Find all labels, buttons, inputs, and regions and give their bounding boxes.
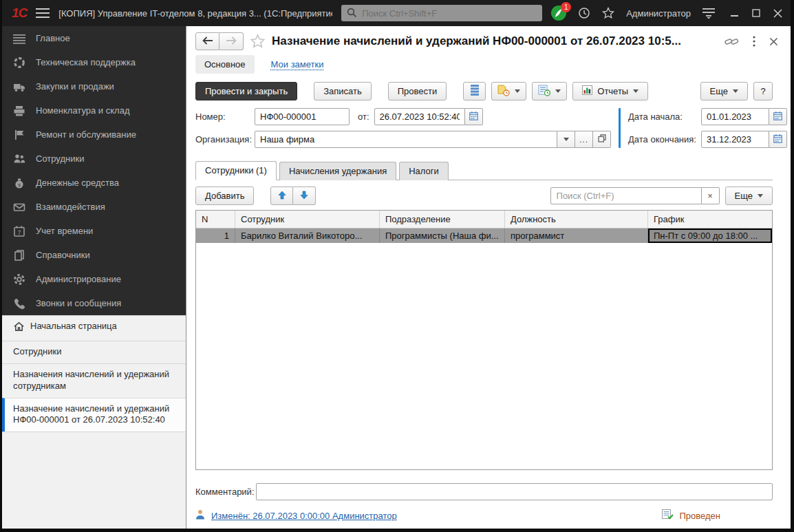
service-menu-icon[interactable] xyxy=(702,8,715,19)
back-button[interactable] xyxy=(195,32,219,50)
window-title: [КОПИЯ] Управление IT-отделом 8, редакци… xyxy=(58,8,332,19)
column-header-position[interactable]: Должность xyxy=(505,211,648,228)
sidebar-item-label: Администрирование xyxy=(36,274,121,284)
sidebar-item-label: Учет времени xyxy=(36,226,93,236)
sidebar-item-spravochniki[interactable]: Справочники xyxy=(2,243,186,267)
sidebar-item-zakupki[interactable]: Закупки и продажи xyxy=(2,74,186,98)
move-down-button[interactable] xyxy=(293,187,316,205)
end-date-group xyxy=(701,131,787,148)
organization-choose-button[interactable]: ... xyxy=(575,131,593,148)
create-based-on-button[interactable] xyxy=(491,82,526,100)
post-button[interactable]: Провести xyxy=(388,82,447,100)
organization-input[interactable] xyxy=(255,131,557,148)
document-timeline-button[interactable] xyxy=(532,82,567,100)
end-date-input[interactable] xyxy=(701,131,769,148)
cell-position[interactable]: программист xyxy=(505,228,648,243)
nav-history-panel: Начальная страница Сотрудники Назначения… xyxy=(2,315,186,529)
get-link-icon[interactable] xyxy=(725,36,739,47)
tab-sotrudniki[interactable]: Сотрудники (1) xyxy=(195,161,277,180)
add-row-button[interactable]: Добавить xyxy=(195,187,254,205)
chevron-down-icon xyxy=(633,89,639,93)
sidebar-item-vzaimodeystviya[interactable]: Взаимодействия xyxy=(2,195,186,219)
cell-employee[interactable]: Барилко Виталий Викоторо... xyxy=(235,228,380,243)
favorite-star-icon[interactable] xyxy=(250,34,266,49)
nav-filler xyxy=(2,432,186,529)
forward-button[interactable] xyxy=(219,32,244,50)
cell-department[interactable]: Программисты (Наша фи... xyxy=(380,228,505,243)
table-row[interactable]: 1 Барилко Виталий Викоторо... Программис… xyxy=(196,228,772,243)
current-user[interactable]: Администратор xyxy=(626,8,691,19)
save-button[interactable]: Записать xyxy=(314,82,372,100)
start-date-input[interactable] xyxy=(701,108,769,125)
column-header-schedule[interactable]: График xyxy=(648,211,772,228)
sidebar-item-label: Справочники xyxy=(36,250,90,260)
maximize-icon[interactable] xyxy=(752,9,760,17)
move-up-button[interactable] xyxy=(270,187,293,205)
organization-open-button[interactable] xyxy=(593,131,611,148)
column-header-n[interactable]: N xyxy=(196,211,235,228)
post-button-wrap: Провести xyxy=(388,82,447,100)
calendar-icon xyxy=(469,111,478,123)
calendar-picker-button[interactable] xyxy=(769,131,787,148)
favorites-star-icon[interactable] xyxy=(602,7,614,19)
grid-search-input[interactable] xyxy=(550,187,702,204)
nav-naznachenie-doc[interactable]: Назначение начислений и удержаний НФ00-0… xyxy=(2,398,186,432)
grid-more-button[interactable]: Еще xyxy=(725,187,773,205)
tab-nalogi[interactable]: Налоги xyxy=(399,162,449,180)
calendar-picker-button[interactable] xyxy=(769,108,787,125)
organization-dropdown-button[interactable] xyxy=(557,131,575,148)
copilot-icon[interactable]: 1 xyxy=(551,6,566,21)
calendar-picker-button[interactable] xyxy=(465,108,483,125)
sidebar-item-zvonki[interactable]: Звонки и сообщения xyxy=(2,291,186,315)
global-search-input[interactable] xyxy=(361,8,537,19)
tab-nachisleniya[interactable]: Начисления удержания xyxy=(279,162,396,180)
sidebar-item-tehpodderzhka[interactable]: Техническая поддержка xyxy=(2,50,186,74)
sidebar-item-label: Звонки и сообщения xyxy=(36,298,121,308)
svg-text:7: 7 xyxy=(17,228,21,235)
nav-home[interactable]: Начальная страница xyxy=(2,315,186,341)
window-controls xyxy=(731,9,782,18)
app-body: Главное Техническая поддержка Закупки и … xyxy=(2,26,791,529)
sidebar-item-glavnoe[interactable]: Главное xyxy=(2,26,186,50)
date-from-input[interactable] xyxy=(374,108,465,125)
sidebar-item-remont[interactable]: Ремонт и обслуживание xyxy=(2,123,186,147)
more-dots-icon[interactable] xyxy=(753,36,755,47)
hamburger-icon[interactable] xyxy=(36,8,50,18)
sidebar-item-uchet-vremeni[interactable]: 7 Учет времени xyxy=(2,219,186,243)
column-header-department[interactable]: Подразделение xyxy=(380,211,505,228)
minimize-icon[interactable] xyxy=(731,9,739,17)
grid-toolbar: Добавить × Еще xyxy=(195,187,773,205)
chevron-down-icon xyxy=(555,89,561,93)
1c-logo: 1С xyxy=(12,6,27,21)
post-and-close-button[interactable]: Провести и закрыть xyxy=(195,82,297,100)
sidebar-item-nomenklatura[interactable]: Номенклатура и склад xyxy=(2,98,186,123)
column-header-employee[interactable]: Сотрудник xyxy=(235,211,380,228)
form-header-area: Номер: от: Организация: xyxy=(186,107,791,153)
modified-link[interactable]: Изменён: 26.07.2023 0:00:00 Администрато… xyxy=(211,511,397,521)
close-doc-icon[interactable] xyxy=(769,37,778,46)
more-button[interactable]: Еще xyxy=(700,82,748,100)
sidebar-item-label: Ремонт и обслуживание xyxy=(36,129,136,140)
help-button[interactable]: ? xyxy=(753,82,773,100)
nav-naznacheniya-list[interactable]: Назначения начислений и удержаний сотруд… xyxy=(2,363,186,398)
global-search[interactable] xyxy=(341,5,542,21)
cell-schedule[interactable]: Пн-Пт с 09:00 до 18:00 ... xyxy=(648,228,772,243)
sidebar-item-sotrudniki[interactable]: Сотрудники xyxy=(2,147,186,171)
history-icon[interactable] xyxy=(578,7,590,19)
posted-doc-icon xyxy=(662,509,674,522)
sidebar-item-dengi[interactable]: s Денежные средства xyxy=(2,171,186,195)
sidebar-item-label: Сотрудники xyxy=(36,153,84,164)
register-records-button[interactable] xyxy=(463,82,486,100)
nav-sotrudniki[interactable]: Сотрудники xyxy=(2,341,186,363)
tab-osnovnoe[interactable]: Основное xyxy=(195,55,255,74)
close-window-icon[interactable] xyxy=(773,9,782,18)
number-input[interactable] xyxy=(255,108,350,125)
clear-search-button[interactable]: × xyxy=(702,187,720,204)
titlebar: 1С [КОПИЯ] Управление IT-отделом 8, реда… xyxy=(2,0,791,26)
sidebar-item-administrirovanie[interactable]: Администрирование xyxy=(2,267,186,291)
nav-buttons xyxy=(195,32,244,50)
cell-n[interactable]: 1 xyxy=(196,228,235,243)
comment-input[interactable] xyxy=(256,483,773,500)
reports-button[interactable]: Отчеты xyxy=(572,82,648,100)
tab-moi-zametki[interactable]: Мои заметки xyxy=(271,59,324,70)
